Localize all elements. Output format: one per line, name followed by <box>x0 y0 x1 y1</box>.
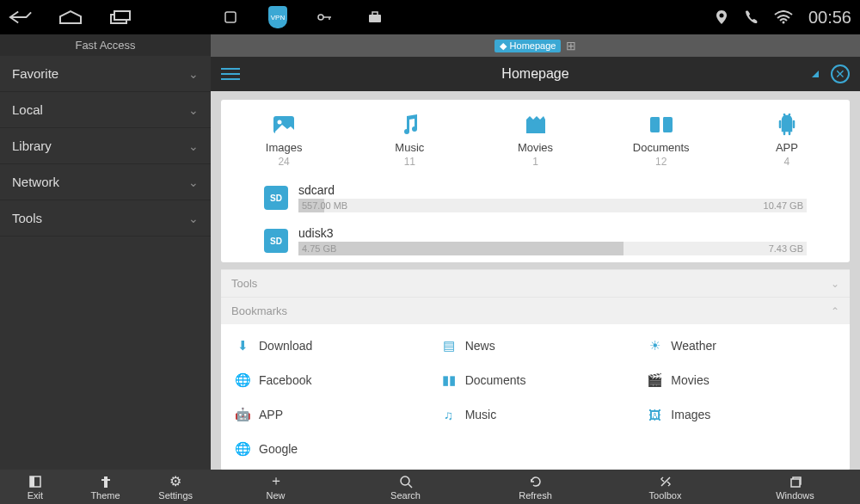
sidebar-item-favorite[interactable]: Favorite⌄ <box>0 56 211 92</box>
bookmarks-grid: ⬇Download ▤News ☀Weather 🌐Facebook ▮▮Doc… <box>221 324 850 470</box>
android-icon: 🤖 <box>235 407 250 422</box>
sd-icon: SD <box>264 186 288 210</box>
svg-rect-1 <box>114 11 130 20</box>
download-icon: ⬇ <box>235 338 250 353</box>
svg-point-14 <box>401 476 409 485</box>
svg-line-15 <box>408 484 412 488</box>
category-documents[interactable]: Documents12 <box>599 112 724 168</box>
bottom-windows[interactable]: Windows <box>730 470 860 504</box>
bottom-exit[interactable]: Exit <box>0 470 71 504</box>
sidebar: Fast Access Favorite⌄ Local⌄ Library⌄ Ne… <box>0 34 211 470</box>
svg-point-8 <box>719 14 723 18</box>
bottom-toolbox[interactable]: Toolbox <box>600 470 730 504</box>
chevron-down-icon: ⌄ <box>188 212 199 225</box>
bookmark-news[interactable]: ▤News <box>441 333 630 359</box>
menu-icon[interactable] <box>221 68 240 80</box>
phone-icon <box>743 9 759 25</box>
plus-icon: ＋ <box>269 474 283 489</box>
bookmark-images[interactable]: 🖼Images <box>647 402 836 427</box>
bookmark-download[interactable]: ⬇Download <box>235 333 424 359</box>
storage-udisk3[interactable]: SD udisk3 4.75 GB7.43 GB <box>221 219 850 262</box>
gear-icon: ⚙ <box>169 474 181 489</box>
sidebar-title: Fast Access <box>0 34 211 56</box>
bottom-theme[interactable]: Theme <box>71 470 141 504</box>
documents-icon: ▮▮ <box>441 372 457 388</box>
section-tools[interactable]: Tools⌄ <box>221 269 850 297</box>
globe-icon: 🌐 <box>235 372 250 388</box>
main-panel: ◆ Homepage ⊞ Homepage ✕ Images24 Music11… <box>211 34 860 470</box>
bottom-new[interactable]: ＋New <box>211 470 341 504</box>
chevron-down-icon: ⌄ <box>188 175 199 189</box>
bookmark-app[interactable]: 🤖APP <box>235 402 424 427</box>
vpn-shield-icon: VPN <box>268 6 287 28</box>
chevron-up-icon: ⌃ <box>831 305 839 317</box>
toolbox-icon <box>659 474 673 489</box>
back-icon[interactable] <box>9 5 33 29</box>
sidebar-item-network[interactable]: Network⌄ <box>0 164 211 200</box>
theme-icon <box>99 474 113 489</box>
sidebar-item-local[interactable]: Local⌄ <box>0 92 211 128</box>
svg-rect-7 <box>372 12 378 15</box>
bottom-settings[interactable]: ⚙Settings <box>140 470 211 504</box>
app-notification-icon <box>218 5 243 29</box>
bookmark-google[interactable]: 🌐Google <box>235 436 424 462</box>
clock-time: 00:56 <box>808 8 851 28</box>
resize-triangle-icon[interactable] <box>812 71 819 77</box>
close-icon[interactable]: ✕ <box>831 65 850 83</box>
bookmark-documents[interactable]: ▮▮Documents <box>441 367 630 393</box>
page-title: Homepage <box>501 66 568 82</box>
chevron-down-icon: ⌄ <box>188 103 199 117</box>
sd-icon: SD <box>264 229 288 253</box>
key-icon <box>313 5 337 29</box>
bookmark-weather[interactable]: ☀Weather <box>647 333 836 359</box>
chevron-down-icon: ⌄ <box>188 67 199 81</box>
svg-rect-16 <box>791 479 800 487</box>
movies-icon: 🎬 <box>647 372 662 388</box>
movies-icon <box>472 112 598 138</box>
tab-strip: ◆ Homepage ⊞ <box>211 34 860 57</box>
recent-apps-icon[interactable] <box>108 5 132 29</box>
location-icon <box>716 9 728 25</box>
images-icon <box>221 112 347 138</box>
sidebar-item-library[interactable]: Library⌄ <box>0 128 211 164</box>
category-movies[interactable]: Movies1 <box>472 112 598 168</box>
android-icon <box>724 112 850 138</box>
home-icon[interactable] <box>58 5 83 29</box>
documents-icon <box>599 112 724 138</box>
windows-icon <box>789 474 802 489</box>
new-tab-icon[interactable]: ⊞ <box>566 39 576 52</box>
svg-point-9 <box>782 22 784 24</box>
globe-icon: 🌐 <box>235 441 250 457</box>
bookmark-movies[interactable]: 🎬Movies <box>647 367 836 393</box>
svg-rect-13 <box>30 476 34 487</box>
svg-point-11 <box>278 120 282 125</box>
section-bookmarks[interactable]: Bookmarks⌃ <box>221 297 850 324</box>
news-icon: ▤ <box>441 338 457 353</box>
android-status-bar: VPN 00:56 <box>0 0 860 34</box>
header-bar: Homepage ✕ <box>211 57 860 91</box>
bottom-refresh[interactable]: Refresh <box>470 470 600 504</box>
wifi-icon <box>774 10 793 24</box>
bottom-search[interactable]: Search <box>341 470 470 504</box>
images-icon: 🖼 <box>647 408 662 422</box>
tab-homepage[interactable]: ◆ Homepage <box>494 40 562 52</box>
storage-sdcard[interactable]: SD sdcard 557.00 MB10.47 GB <box>221 176 850 219</box>
bookmark-music[interactable]: ♫Music <box>441 402 630 427</box>
svg-rect-2 <box>225 12 236 22</box>
exit-icon <box>28 474 42 489</box>
chevron-down-icon: ⌄ <box>831 278 839 290</box>
chevron-down-icon: ⌄ <box>188 139 199 153</box>
sidebar-item-tools[interactable]: Tools⌄ <box>0 200 211 237</box>
category-app[interactable]: APP4 <box>724 112 850 168</box>
search-icon <box>399 474 413 489</box>
briefcase-icon <box>363 5 387 29</box>
weather-icon: ☀ <box>647 338 662 353</box>
category-images[interactable]: Images24 <box>221 112 347 168</box>
svg-point-3 <box>318 15 323 20</box>
music-icon <box>347 112 472 138</box>
category-row: Images24 Music11 Movies1 Documents12 APP… <box>221 100 850 176</box>
music-icon: ♫ <box>441 408 457 422</box>
bottom-bar: Exit Theme ⚙Settings ＋New Search Refresh… <box>0 470 860 504</box>
category-music[interactable]: Music11 <box>347 112 472 168</box>
bookmark-facebook[interactable]: 🌐Facebook <box>235 367 424 393</box>
